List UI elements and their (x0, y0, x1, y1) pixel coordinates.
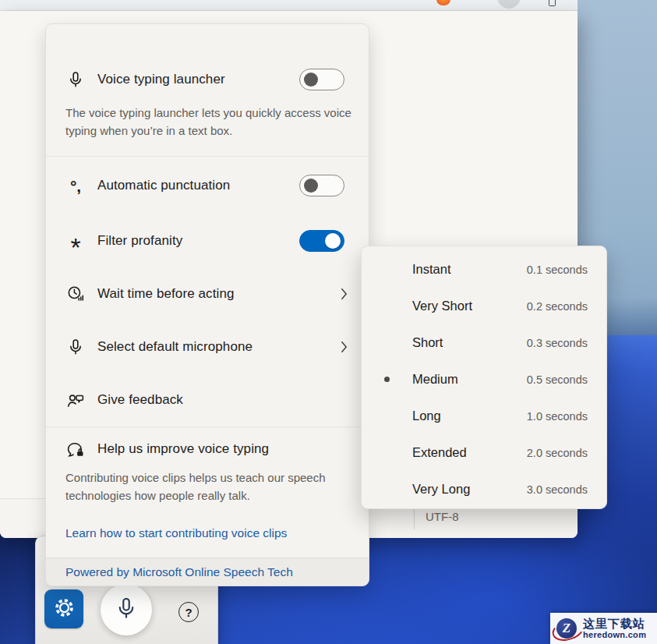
toggle-knob (325, 233, 341, 249)
option-label: Filter profanity (97, 233, 182, 249)
help-improve-description: Contributing voice clips helps us teach … (65, 469, 353, 504)
logo-letter: Z (556, 618, 577, 639)
menu-item-very-short[interactable]: Very Short 0.2 seconds (362, 288, 606, 324)
automatic-punctuation-row[interactable]: °, Automatic punctuation (46, 161, 369, 210)
site-watermark: Z 这里下载站 heredown.com (550, 613, 657, 644)
panel-footer: Powered by Microsoft Online Speech Tech (46, 557, 369, 586)
menu-item-medium[interactable]: Medium 0.5 seconds (362, 361, 606, 398)
option-label: Automatic punctuation (97, 178, 230, 193)
microphone-icon (114, 596, 139, 624)
voice-typing-settings-flyout: Voice typing launcher The voice typing l… (45, 23, 369, 586)
voice-typing-launcher-toggle[interactable] (299, 69, 344, 90)
help-button[interactable]: ? (178, 602, 199, 622)
selection-bullet (379, 377, 394, 382)
extension-icon[interactable] (436, 0, 450, 5)
select-microphone-row[interactable]: Select default microphone (46, 323, 369, 371)
option-label: Give feedback (97, 392, 183, 408)
page-icon (549, 0, 556, 6)
watermark-logo-icon: Z (553, 615, 580, 642)
help-improve-row: Help us improve voice typing (46, 427, 369, 471)
question-mark-icon: ? (185, 606, 192, 619)
chevron-right-icon (340, 287, 348, 301)
status-bar-separator (414, 508, 415, 529)
gear-icon (54, 597, 75, 621)
filter-profanity-toggle[interactable] (299, 230, 344, 252)
divider (46, 156, 369, 157)
microphone-button[interactable] (101, 584, 152, 635)
punctuation-icon: °, (65, 175, 86, 196)
launcher-label: Voice typing launcher (97, 72, 225, 87)
learn-voice-clips-link[interactable]: Learn how to start contributing voice cl… (65, 526, 287, 540)
menu-item-short[interactable]: Short 0.3 seconds (362, 324, 606, 361)
wait-time-row[interactable]: Wait time before acting (46, 270, 369, 318)
settings-button[interactable] (44, 589, 83, 628)
feedback-icon (65, 390, 86, 410)
wait-time-submenu: Instant 0.1 seconds Very Short 0.2 secon… (361, 246, 607, 509)
microphone-icon (65, 69, 86, 90)
help-improve-label: Help us improve voice typing (97, 441, 269, 457)
option-label: Select default microphone (97, 339, 253, 355)
menu-item-very-long[interactable]: Very Long 3.0 seconds (362, 471, 606, 508)
avatar[interactable] (497, 0, 521, 9)
watermark-domain: heredown.com (583, 631, 646, 639)
encoding-label: UTF-8 (426, 510, 459, 523)
option-label: Wait time before acting (97, 286, 235, 302)
toggle-knob (304, 179, 318, 193)
automatic-punctuation-toggle[interactable] (299, 175, 344, 196)
toggle-knob (304, 73, 318, 87)
menu-item-extended[interactable]: Extended 2.0 seconds (362, 434, 606, 471)
give-feedback-row[interactable]: Give feedback (46, 376, 369, 424)
clock-timer-icon (65, 284, 86, 304)
speech-bubble-lock-icon (65, 439, 86, 459)
watermark-site-name: 这里下载站 (583, 617, 646, 629)
chevron-right-icon (340, 340, 348, 354)
powered-by-link[interactable]: Powered by Microsoft Online Speech Tech (65, 565, 293, 579)
menu-item-long[interactable]: Long 1.0 seconds (362, 398, 606, 434)
asterisk-icon: * (65, 231, 86, 251)
filter-profanity-row[interactable]: * Filter profanity (46, 217, 369, 265)
microphone-icon (65, 337, 86, 357)
browser-top-strip (0, 0, 578, 11)
menu-item-instant[interactable]: Instant 0.1 seconds (362, 251, 606, 288)
voice-typing-launcher-row[interactable]: Voice typing launcher (46, 55, 369, 104)
launcher-description: The voice typing launcher lets you quick… (65, 104, 353, 140)
